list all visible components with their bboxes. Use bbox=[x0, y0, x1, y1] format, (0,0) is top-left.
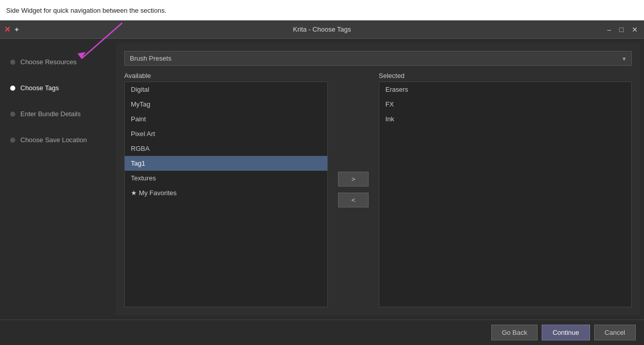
close-icon-left[interactable]: ✕ bbox=[4, 25, 11, 34]
main-layout: Choose Resources Choose Tags Enter Bundl… bbox=[0, 39, 644, 320]
selected-label: Selected bbox=[379, 72, 632, 79]
list-item-paint[interactable]: Paint bbox=[125, 112, 327, 126]
transfer-buttons: > < bbox=[328, 72, 379, 307]
list-item-tag1[interactable]: Tag1 bbox=[125, 156, 327, 171]
continue-button[interactable]: Continue bbox=[542, 325, 590, 340]
sidebar-item-tags[interactable]: Choose Tags bbox=[0, 75, 116, 101]
title-bar-controls: – □ ✕ bbox=[605, 25, 640, 34]
pin-icon[interactable]: ✦ bbox=[14, 25, 20, 34]
sidebar-dot-tags bbox=[10, 86, 15, 91]
sidebar-item-save[interactable]: Choose Save Location bbox=[0, 127, 116, 153]
selected-item-fx[interactable]: FX bbox=[379, 97, 631, 112]
sidebar-item-resources[interactable]: Choose Resources bbox=[0, 49, 116, 75]
list-item-my-favorites[interactable]: My Favorites bbox=[125, 185, 327, 200]
resource-type-dropdown-wrapper[interactable]: Brush Presets Patterns Gradients Palette… bbox=[124, 51, 632, 66]
sidebar-label-save: Choose Save Location bbox=[20, 136, 87, 144]
available-label: Available bbox=[124, 72, 328, 79]
footer: Go Back Continue Cancel bbox=[0, 320, 644, 345]
sidebar: Choose Resources Choose Tags Enter Bundl… bbox=[0, 39, 116, 320]
list-item-textures[interactable]: Textures bbox=[125, 171, 327, 185]
minimize-button[interactable]: – bbox=[605, 25, 613, 34]
selected-item-erasers[interactable]: Erasers bbox=[379, 82, 631, 97]
close-button[interactable]: ✕ bbox=[630, 25, 640, 34]
resource-type-dropdown[interactable]: Brush Presets Patterns Gradients Palette… bbox=[124, 51, 632, 66]
sidebar-label-tags: Choose Tags bbox=[20, 84, 59, 92]
cancel-button[interactable]: Cancel bbox=[594, 325, 636, 340]
sidebar-dot-save bbox=[10, 138, 15, 143]
lists-row: Available Digital MyTag Paint Pixel Art … bbox=[124, 72, 632, 307]
available-section: Available Digital MyTag Paint Pixel Art … bbox=[124, 72, 328, 307]
sidebar-item-bundle[interactable]: Enter Bundle Details bbox=[0, 101, 116, 127]
list-item-rgba[interactable]: RGBA bbox=[125, 141, 327, 156]
go-back-button[interactable]: Go Back bbox=[491, 325, 538, 340]
list-item-digital[interactable]: Digital bbox=[125, 82, 327, 97]
maximize-button[interactable]: □ bbox=[618, 25, 626, 34]
title-bar: ✕ ✦ Krita - Choose Tags – □ ✕ bbox=[0, 20, 644, 39]
window-title: Krita - Choose Tags bbox=[293, 25, 351, 33]
list-item-mytag[interactable]: MyTag bbox=[125, 97, 327, 112]
list-item-pixel-art[interactable]: Pixel Art bbox=[125, 126, 327, 141]
sidebar-label-resources: Choose Resources bbox=[20, 58, 77, 66]
annotation-text: Side Widget for quick navigation between… bbox=[6, 7, 166, 14]
selected-section: Selected Erasers FX Ink bbox=[379, 72, 632, 307]
title-bar-left: ✕ ✦ bbox=[4, 25, 20, 34]
sidebar-dot-bundle bbox=[10, 112, 15, 117]
selected-list-box: Erasers FX Ink bbox=[379, 82, 632, 307]
transfer-right-button[interactable]: > bbox=[338, 172, 369, 187]
selected-item-ink[interactable]: Ink bbox=[379, 112, 631, 126]
content-area: Brush Presets Patterns Gradients Palette… bbox=[116, 43, 640, 315]
transfer-left-button[interactable]: < bbox=[338, 193, 369, 207]
sidebar-label-bundle: Enter Bundle Details bbox=[20, 110, 81, 118]
sidebar-dot-resources bbox=[10, 60, 15, 65]
available-list-box: Digital MyTag Paint Pixel Art RGBA Tag1 … bbox=[124, 82, 328, 307]
annotation-bar: Side Widget for quick navigation between… bbox=[0, 0, 644, 20]
